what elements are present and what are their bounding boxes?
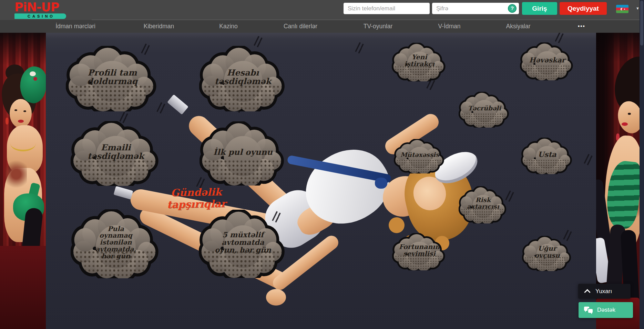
quest-cloud-usta[interactable]: Usta [521, 138, 573, 174]
quest-cloud-bes-muxtelif[interactable]: 5 müxtəlif avtomatda oyun, hər gün [199, 210, 287, 278]
quest-cloud-heveskar[interactable]: Həvəskar [520, 42, 574, 80]
scroll-top-button[interactable]: Yuxarı [578, 284, 631, 299]
nav-item-canli-dilerler[interactable]: Canlı dilerlər [284, 20, 317, 33]
login-button[interactable]: Giriş [522, 2, 557, 15]
register-button[interactable]: Qeydiyyat [560, 2, 607, 15]
quest-cloud-hesab[interactable]: Hesabı təsdiqləmək [199, 46, 287, 111]
scrollbar[interactable] [640, 0, 644, 329]
quest-cloud-profil[interactable]: Profili tam doldurmaq [66, 46, 159, 111]
password-wrap: ? [432, 3, 519, 14]
quest-layer: Profili tam doldurmaqHesabı təsdiqləməkY… [0, 0, 644, 329]
quest-cloud-yeni-istirakci[interactable]: Yeni iştirakçı [392, 43, 447, 81]
quest-label: Uğur ovçusu [522, 236, 572, 271]
quest-cloud-tecrubeli[interactable]: Təcrübəli [459, 92, 510, 128]
nav-item-kazino[interactable]: Kazino [219, 20, 238, 33]
password-help-icon[interactable]: ? [508, 4, 517, 13]
chevron-down-icon: ▼ [636, 6, 640, 10]
quest-cloud-email[interactable]: Emaili təsdiqləmək [71, 121, 161, 186]
chat-icon [584, 307, 593, 313]
quest-label: Yeni iştirakçı [392, 43, 447, 81]
logo-brand: PiN-UP [14, 2, 66, 13]
quest-cloud-ugur-ovcusu[interactable]: Uğur ovçusu [522, 236, 572, 271]
logo-sub: CASINO [14, 13, 66, 19]
daily-tasks-heading: Gündəlik tapşırıqlar [144, 186, 248, 211]
password-input[interactable] [432, 3, 519, 14]
pinup-casino-page: PiN-UP CASINO ? Giriş Qeydiyyat ▼ İdman … [0, 0, 644, 329]
support-label: Dəstək [597, 307, 615, 313]
scrollbar-thumb[interactable] [640, 1, 643, 46]
quest-label: Təcrübəli [459, 92, 510, 128]
quest-label: Profili tam doldurmaq [66, 46, 159, 111]
nav-item-tv-oyunlar[interactable]: TV-oyunlar [364, 20, 393, 33]
phone-email-input[interactable] [344, 3, 430, 14]
support-button[interactable]: Dəstək [579, 302, 633, 318]
chevron-up-icon [584, 289, 590, 295]
quest-label: Hesabı təsdiqləmək [199, 46, 287, 111]
quest-cloud-ilk-pul-oyunu[interactable]: İlk pul oyunu [200, 121, 286, 186]
quest-label: Usta [521, 138, 573, 174]
pinup-logo[interactable]: PiN-UP CASINO [14, 2, 66, 19]
scroll-top-label: Yuxarı [595, 288, 612, 295]
nav-item-aksiyalar[interactable]: Aksiyalar [506, 20, 531, 33]
nav-item-idman-mercleri[interactable]: İdman mərcləri [55, 20, 95, 33]
nav-item-v-idman[interactable]: V-İdman [438, 20, 460, 33]
nav-item-more[interactable]: ••• [578, 20, 585, 33]
quest-label: Emaili təsdiqləmək [71, 121, 161, 186]
main-nav: İdman mərcləriKiberidmanKazinoCanlı dile… [0, 20, 640, 33]
quest-label: 5 müxtəlif avtomatda oyun, hər gün [199, 210, 287, 278]
azerbaijan-flag-icon [616, 5, 628, 13]
quest-label: Fortunanın sevimlisi [392, 233, 447, 270]
language-selector[interactable]: ▼ [616, 4, 640, 14]
header: PiN-UP CASINO ? Giriş Qeydiyyat ▼ [0, 0, 640, 20]
quest-cloud-mutexessis[interactable]: Mütəxəssis [394, 139, 446, 173]
quest-label: Pula oynamaq istənilən avtomatda, hər gü… [71, 209, 161, 278]
quest-cloud-risk-axtaricisi[interactable]: Risk axtarıcısı [459, 186, 508, 223]
quest-label: Mütəxəssis [394, 139, 446, 173]
nav-divider [92, 20, 640, 20]
quest-cloud-pula-oynamaq[interactable]: Pula oynamaq istənilən avtomatda, hər gü… [71, 209, 161, 278]
nav-item-kiberidman[interactable]: Kiberidman [144, 20, 174, 33]
quest-cloud-fortunanin-sevimlisi[interactable]: Fortunanın sevimlisi [392, 233, 447, 270]
quest-label: İlk pul oyunu [200, 121, 286, 186]
quest-label: Risk axtarıcısı [459, 186, 508, 223]
quest-label: Həvəskar [520, 42, 574, 80]
